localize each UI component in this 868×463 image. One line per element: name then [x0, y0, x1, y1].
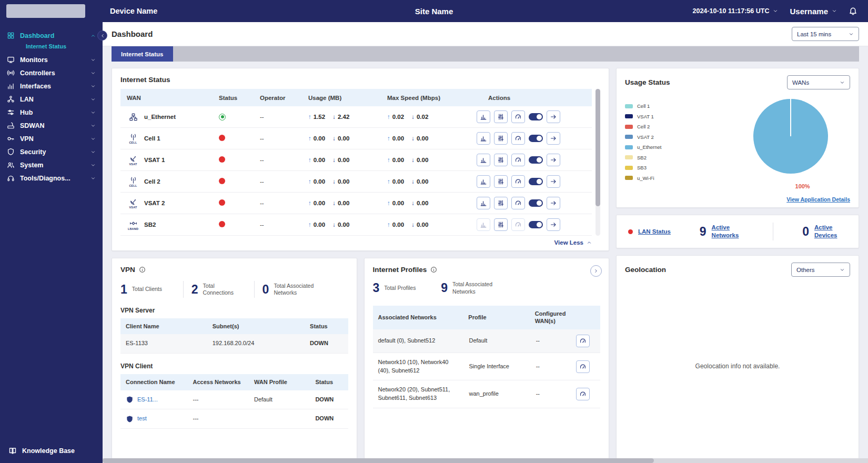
total-associated-networks: 9 Total Associated Networks [441, 281, 496, 295]
column-header-max-speed: Max Speed (Mbps) [381, 95, 470, 101]
datetime-value: 2024-10-10 11:17:56 UTC [693, 7, 770, 15]
download-icon: ↓ [332, 200, 336, 206]
usage-cell: ↑0.00 ↓0.00 [302, 222, 381, 228]
profile-speedtest-button[interactable] [576, 388, 590, 400]
profile-link[interactable]: Single Interface [464, 357, 531, 376]
knowledge-base-label: Knowledge Base [22, 447, 75, 455]
vpn-client-title: VPN Client [120, 363, 348, 370]
wan-config-button[interactable] [494, 154, 508, 166]
interfaces-icon [7, 82, 15, 90]
wan-chart-button[interactable] [477, 197, 490, 209]
max-speed-cell: ↑0.02 ↓0.02 [381, 114, 470, 120]
upload-icon: ↑ [308, 135, 311, 142]
time-range-dropdown[interactable]: Last 15 mins [792, 27, 859, 41]
profile-speedtest-button[interactable] [576, 360, 590, 373]
wan-speedtest-button[interactable] [511, 132, 525, 145]
actions-cell [470, 218, 592, 231]
scrollbar-thumb[interactable] [596, 89, 600, 206]
profile-speedtest-button[interactable] [576, 335, 590, 347]
wan-chart-button[interactable] [477, 218, 490, 231]
logo-placeholder [6, 4, 85, 18]
sidebar-item-sdwan[interactable]: SDWAN [0, 119, 103, 132]
wan-config-button[interactable] [494, 175, 508, 188]
wan-speedtest-button[interactable] [511, 218, 525, 231]
view-less-link[interactable]: View Less [120, 239, 600, 246]
info-icon[interactable] [430, 266, 437, 273]
wan-details-button[interactable] [547, 110, 560, 123]
datetime-dropdown[interactable]: 2024-10-10 11:17:56 UTC [693, 7, 779, 15]
app-logo[interactable] [0, 4, 103, 18]
sidebar-item-monitors[interactable]: Monitors [0, 53, 103, 66]
user-menu[interactable]: Username [790, 7, 837, 16]
wan-enable-toggle[interactable] [529, 135, 543, 142]
notifications-bell-icon[interactable] [849, 7, 857, 16]
vpn-client-name-link[interactable]: ES-1133 [120, 334, 207, 353]
sidebar-item-controllers[interactable]: Controllers [0, 66, 103, 79]
wan-details-button[interactable] [547, 154, 560, 166]
wan-enable-toggle[interactable] [529, 221, 543, 228]
usage-cell: ↑0.00 ↓0.00 [302, 200, 381, 206]
wan-details-button[interactable] [547, 197, 560, 209]
horizontal-scrollbar[interactable] [103, 458, 868, 463]
wan-chart-button[interactable] [477, 175, 490, 188]
tab-internet-status[interactable]: Internet Status [112, 46, 173, 62]
profile-link[interactable]: wan_profile [464, 385, 531, 404]
wan-chart-button[interactable] [477, 132, 490, 145]
view-application-details-link[interactable]: View Application Details [786, 196, 850, 203]
sidebar-item-dashboard[interactable]: Dashboard [0, 29, 103, 42]
wan-enable-toggle[interactable] [529, 178, 543, 185]
sidebar-item-tools-diagnostics[interactable]: Tools/Diagnos... [0, 172, 103, 185]
wan-details-button[interactable] [547, 175, 560, 188]
scrollbar-thumb[interactable] [103, 458, 654, 463]
wan-config-button[interactable] [494, 218, 508, 231]
wan-speedtest-button[interactable] [511, 110, 525, 123]
active-networks-link[interactable]: Active Networks [712, 224, 744, 239]
profiles-next-button[interactable] [590, 265, 602, 277]
sidebar-item-security[interactable]: Security [0, 145, 103, 158]
wan-chart-button[interactable] [477, 154, 490, 166]
sliders-icon [497, 135, 504, 142]
usage-status-title: Usage Status [625, 78, 670, 86]
toggle-knob [537, 157, 542, 163]
wan-chart-button[interactable] [477, 110, 490, 123]
vpn-icon [7, 135, 15, 143]
wan-config-button[interactable] [494, 110, 508, 123]
sidebar-item-interfaces[interactable]: Interfaces [0, 79, 103, 93]
wan-speedtest-button[interactable] [511, 175, 525, 188]
wan-details-button[interactable] [547, 218, 560, 231]
table-scrollbar[interactable] [596, 89, 600, 236]
sidebar-item-lan[interactable]: LAN [0, 93, 103, 106]
ethernet-icon [127, 113, 139, 121]
info-icon[interactable] [139, 266, 146, 273]
usage-filter-dropdown[interactable]: WANs [787, 75, 850, 89]
sidebar-item-vpn[interactable]: VPN [0, 132, 103, 145]
sidebar-item-hub[interactable]: Hub [0, 106, 103, 119]
chevron-up-icon [90, 33, 96, 38]
vpn-connection-link[interactable]: test [137, 415, 147, 423]
sidebar-item-system[interactable]: System [0, 158, 103, 172]
wan-speedtest-button[interactable] [511, 197, 525, 209]
wan-config-button[interactable] [494, 132, 508, 145]
active-devices-link[interactable]: Active Devices [814, 224, 847, 239]
speedometer-icon [514, 113, 522, 120]
sidebar-item-internet-status[interactable]: Internet Status [0, 42, 103, 53]
sidebar-collapse-button[interactable] [97, 31, 107, 41]
legend-item: Cell 1 [625, 103, 661, 109]
profile-link[interactable]: Default [464, 331, 531, 350]
wan-speedtest-button[interactable] [511, 154, 525, 166]
geolocation-filter-dropdown[interactable]: Others [791, 263, 850, 277]
download-icon: ↓ [332, 114, 336, 120]
profile-row: Network20 (20), Subnet511, Subnet611, Su… [373, 380, 601, 408]
wan-enable-toggle[interactable] [529, 199, 543, 207]
internet-profiles-card: Internet Profiles 3 Total Profiles [364, 258, 610, 463]
wan-enable-toggle[interactable] [529, 113, 543, 120]
knowledge-base-link[interactable]: Knowledge Base [0, 439, 103, 463]
wan-row: VSAT VSAT 2 -- ↑0.00 ↓0.00 [120, 193, 592, 214]
chevron-down-icon [840, 267, 845, 273]
lan-status-link[interactable]: LAN Status [638, 228, 671, 236]
wan-enable-toggle[interactable] [529, 156, 543, 164]
vpn-connection-link[interactable]: ES-11... [137, 396, 158, 404]
wan-config-button[interactable] [494, 197, 508, 209]
legend-swatch [625, 155, 633, 159]
wan-details-button[interactable] [547, 132, 560, 145]
